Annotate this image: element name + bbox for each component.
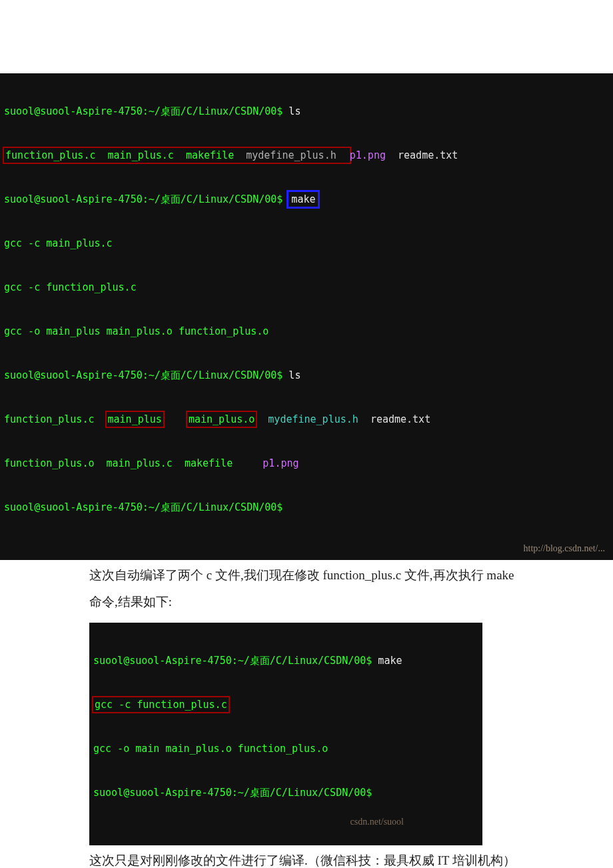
term1-line6: gcc -o main_plus main_plus.o function_pl… bbox=[4, 325, 269, 337]
terminal-screenshot-1: suool@suool-Aspire-4750:~/桌面/C/Linux/CSD… bbox=[0, 73, 613, 560]
term1-watermark: http://blog.csdn.net/... bbox=[524, 541, 606, 556]
term2-watermark: csdn.net/suool bbox=[350, 815, 404, 829]
term1-line8-redbox-mainpluso: main_plus.o bbox=[187, 412, 256, 427]
term1-line10-prompt: suool@suool-Aspire-4750:~/桌面/C/Linux/CSD… bbox=[4, 501, 289, 513]
term1-line5: gcc -c function_plus.c bbox=[4, 281, 137, 293]
term1-line3-bluebox: make bbox=[289, 192, 318, 207]
term1-line1-prompt: suool@suool-Aspire-4750:~/桌面/C/Linux/CSD… bbox=[4, 105, 289, 117]
terminal-screenshot-2: suool@suool-Aspire-4750:~/桌面/C/Linux/CSD… bbox=[89, 623, 482, 845]
term2-line1-prompt: suool@suool-Aspire-4750:~/桌面/C/Linux/CSD… bbox=[93, 655, 378, 667]
term1-line8-redbox-mainplus: main_plus bbox=[107, 412, 163, 427]
term1-line2-redbox: function_plus.c main_plus.c makefile myd… bbox=[4, 148, 350, 163]
paragraph-2: 命令,结果如下: bbox=[89, 591, 524, 613]
term1-line7-prompt: suool@suool-Aspire-4750:~/桌面/C/Linux/CSD… bbox=[4, 369, 289, 381]
paragraph-3: 这次只是对刚刚修改的文件进行了编译.（微信科技：最具权威 IT 培训机构） bbox=[89, 849, 524, 868]
paragraph-1: 这次自动编译了两个 c 文件,我们现在修改 function_plus.c 文件… bbox=[89, 564, 524, 587]
term1-line1-cmd: ls bbox=[289, 105, 301, 117]
term2-line2-redbox: gcc -c function_plus.c bbox=[93, 697, 229, 712]
term2-line3: gcc -o main main_plus.o function_plus.o bbox=[93, 743, 328, 755]
term2-line4-prompt: suool@suool-Aspire-4750:~/桌面/C/Linux/CSD… bbox=[93, 787, 378, 799]
term1-line3-prompt: suool@suool-Aspire-4750:~/桌面/C/Linux/CSD… bbox=[4, 193, 289, 205]
term1-line4: gcc -c main_plus.c bbox=[4, 237, 113, 249]
